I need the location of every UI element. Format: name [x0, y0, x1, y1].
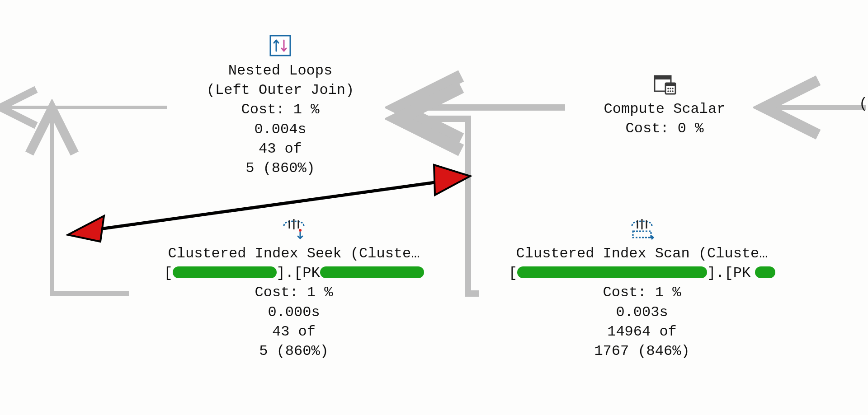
operator-nested-loops[interactable]: Nested Loops (Left Outer Join) Cost: 1 %… [172, 34, 389, 178]
op-object: [].[PK [131, 263, 457, 283]
op-actual: 43 of [172, 139, 389, 159]
op-title: Clustered Index Seek (Cluste… [131, 244, 457, 263]
op-estimate: 5 (860%) [172, 159, 389, 178]
op-estimate: 1767 (846%) [479, 341, 805, 361]
svg-rect-18 [633, 231, 651, 238]
op-subtitle: (Left Outer Join) [172, 80, 389, 100]
op-cost: Cost: 1 % [479, 283, 805, 302]
op-object: [].[PK [479, 263, 805, 283]
compute-scalar-icon [565, 72, 764, 96]
op-time: 0.003s [479, 303, 805, 322]
index-seek-icon [131, 217, 457, 240]
svg-marker-20 [68, 216, 104, 242]
redaction [320, 266, 424, 278]
op-estimate: 5 (860%) [131, 341, 457, 361]
index-scan-icon [479, 217, 805, 240]
op-cost: Cost: 0 % [565, 119, 764, 138]
redaction [173, 266, 277, 278]
op-title: Compute Scalar [565, 99, 764, 119]
svg-point-10 [672, 90, 674, 92]
op-time: 0.004s [172, 120, 389, 139]
svg-point-5 [667, 88, 669, 89]
svg-point-9 [670, 90, 671, 92]
nested-loops-icon [172, 34, 389, 57]
op-actual: 43 of [131, 322, 457, 341]
operator-compute-scalar[interactable]: Compute Scalar Cost: 0 % [565, 72, 764, 138]
truncated-text: ( [859, 94, 868, 113]
svg-rect-2 [655, 76, 671, 79]
redaction [517, 266, 707, 278]
redaction [755, 266, 775, 278]
op-title: Nested Loops [172, 61, 389, 80]
op-cost: Cost: 1 % [172, 100, 389, 119]
op-actual: 14964 of [479, 322, 805, 341]
svg-point-7 [672, 88, 674, 89]
op-cost: Cost: 1 % [131, 283, 457, 302]
svg-rect-0 [270, 36, 290, 56]
operator-index-scan[interactable]: Clustered Index Scan (Cluste… [].[PK Cos… [479, 217, 805, 361]
operator-index-seek[interactable]: Clustered Index Seek (Cluste… [].[PK Cos… [131, 217, 457, 361]
op-title: Clustered Index Scan (Cluste… [479, 244, 805, 263]
svg-point-6 [670, 88, 671, 89]
svg-point-14 [299, 229, 302, 232]
svg-rect-4 [665, 83, 675, 86]
svg-marker-21 [434, 165, 470, 195]
svg-point-8 [667, 90, 669, 92]
op-time: 0.000s [131, 303, 457, 322]
